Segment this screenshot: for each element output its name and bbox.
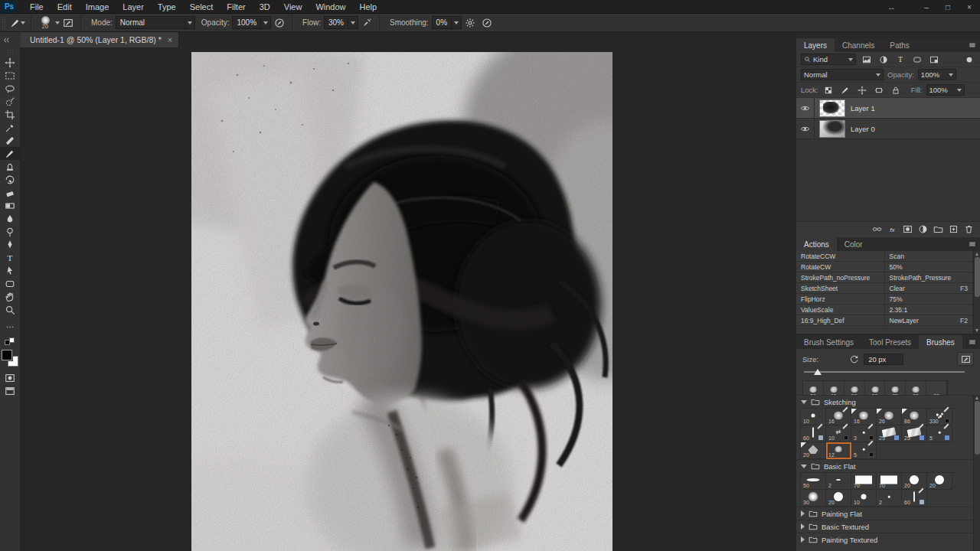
action-button[interactable]: FlipHorz — [796, 294, 885, 304]
crop-tool[interactable] — [0, 108, 21, 121]
disclosure-triangle-icon[interactable] — [801, 536, 805, 543]
action-button[interactable]: 2.35:1 — [885, 305, 974, 315]
layer-opacity-select[interactable]: 100% — [918, 69, 956, 80]
actions-panel-menu-icon[interactable] — [968, 240, 977, 250]
brushes-scrollbar[interactable] — [973, 395, 980, 551]
action-button[interactable]: Scan — [885, 251, 974, 261]
tab-layers-channels[interactable]: Channels — [835, 38, 882, 52]
screen-mode-button[interactable] — [0, 384, 21, 397]
filter-toggle-icon[interactable] — [962, 54, 975, 65]
blend-mode-select[interactable]: Normal — [116, 16, 195, 29]
filter-smart-objects-icon[interactable] — [927, 54, 940, 65]
tab-actions-actions[interactable]: Actions — [796, 237, 837, 251]
options-bar-grip[interactable] — [2, 16, 7, 30]
brush-preset-tile[interactable]: 50 — [801, 473, 826, 490]
marquee-tool[interactable] — [0, 69, 21, 82]
delete-layer-icon[interactable] — [964, 224, 974, 234]
minimize-button[interactable]: – — [916, 0, 937, 14]
color-swatches[interactable] — [2, 350, 18, 367]
swap-colors-icon[interactable] — [5, 337, 15, 347]
brush-group-painting-textured[interactable]: Painting Textured — [796, 533, 973, 546]
new-layer-icon[interactable] — [949, 224, 959, 234]
action-button[interactable]: NewLayerF2 — [885, 315, 974, 325]
brush-stroke-preview-button[interactable] — [957, 352, 974, 366]
disclosure-triangle-icon[interactable] — [801, 510, 805, 517]
healing-brush-tool[interactable] — [0, 134, 21, 147]
hand-tool[interactable] — [0, 290, 21, 303]
action-button[interactable]: RotateCCW — [796, 251, 885, 261]
smoothing-options-gear-icon[interactable] — [462, 15, 479, 31]
action-button[interactable]: RotateCW — [796, 262, 885, 272]
brush-preset-tile[interactable]: 26 — [877, 409, 902, 425]
toolbar-collapse-button[interactable] — [0, 32, 21, 47]
pressure-size-button[interactable] — [479, 15, 495, 31]
menu-help[interactable]: Help — [353, 1, 384, 13]
action-button[interactable]: 75% — [885, 294, 974, 304]
disclosure-triangle-icon[interactable] — [801, 400, 807, 404]
toggle-brush-settings-button[interactable] — [60, 15, 77, 31]
brush-size-input[interactable]: 20 px — [864, 354, 903, 365]
document-tab[interactable]: Untitled-1 @ 50% (Layer 1, RGB/8) * × — [21, 32, 179, 47]
menu-view[interactable]: View — [277, 1, 309, 13]
filter-pixel-layers-icon[interactable] — [860, 54, 873, 65]
action-button[interactable]: ValueScale — [796, 305, 885, 315]
brush-preset-tile[interactable]: 20 — [826, 490, 851, 507]
pen-tool[interactable] — [0, 238, 21, 251]
tab-brushes-tool-presets[interactable]: Tool Presets — [861, 335, 919, 349]
brush-preset-tile[interactable]: 25 — [877, 425, 902, 442]
brush-preset-tile[interactable]: 20 — [927, 473, 952, 490]
canvas[interactable] — [191, 52, 612, 551]
tab-layers-layers[interactable]: Layers — [796, 38, 835, 52]
brush-preset-tile[interactable]: 16 — [826, 409, 851, 425]
brush-preset-tile[interactable]: 70 — [851, 473, 877, 490]
menu-select[interactable]: Select — [183, 1, 220, 13]
tab-brushes-brush-settings[interactable]: Brush Settings — [796, 335, 861, 349]
app-logo-icon[interactable]: Ps — [2, 1, 17, 13]
brush-preset-tile[interactable]: 5 — [851, 442, 877, 459]
filter-adjustment-layers-icon[interactable] — [877, 54, 890, 65]
reset-size-icon[interactable] — [849, 354, 859, 364]
layer-blend-mode-select[interactable]: Normal — [801, 69, 884, 80]
eraser-tool[interactable] — [0, 186, 21, 199]
action-button[interactable]: SketchSheet — [796, 283, 885, 293]
brush-tool[interactable] — [0, 147, 21, 160]
lock-position-icon[interactable] — [856, 84, 869, 96]
action-button[interactable]: 16:9_High_Def — [796, 315, 885, 325]
new-group-icon[interactable] — [933, 224, 943, 234]
new-adjustment-layer-icon[interactable] — [918, 224, 928, 234]
brush-preset-tile[interactable]: 60 — [902, 490, 927, 507]
layer-style-fx-icon[interactable]: fx — [887, 224, 897, 234]
actions-scrollbar[interactable] — [973, 251, 980, 334]
shape-tool[interactable] — [0, 277, 21, 290]
tab-layers-paths[interactable]: Paths — [882, 38, 917, 52]
eyedropper-tool[interactable] — [0, 121, 21, 134]
actions-scroll-thumb[interactable] — [975, 257, 980, 297]
brush-preset-tile[interactable]: 2 — [877, 490, 902, 507]
flow-select[interactable]: 30% — [324, 16, 358, 29]
menu-window[interactable]: Window — [309, 1, 352, 13]
brush-preset-tile[interactable]: 25 — [902, 425, 927, 442]
filter-type-layers-icon[interactable]: T — [893, 54, 906, 65]
layer-row[interactable]: Layer 0 — [796, 119, 980, 139]
action-button[interactable]: ClearF3 — [885, 283, 974, 293]
layer-row[interactable]: Layer 1 — [796, 98, 980, 119]
brush-preset-tile[interactable]: 3 — [851, 425, 877, 442]
quick-selection-tool[interactable] — [0, 95, 21, 108]
path-selection-tool[interactable] — [0, 264, 21, 277]
brushes-scroll-thumb[interactable] — [975, 401, 980, 455]
add-layer-mask-icon[interactable] — [903, 224, 913, 234]
brush-preset-tile[interactable]: 10 — [851, 490, 877, 507]
slider-thumb[interactable] — [814, 369, 822, 375]
disclosure-triangle-icon[interactable] — [801, 465, 807, 468]
lasso-tool[interactable] — [0, 82, 21, 95]
brush-preset-tile[interactable]: ⇄10 — [826, 425, 851, 442]
brush-size-slider[interactable] — [804, 368, 972, 377]
menu-image[interactable]: Image — [79, 1, 116, 13]
brush-preset-tile[interactable]: 30 — [801, 490, 826, 507]
brush-preset-tile[interactable]: 20 — [801, 442, 826, 459]
brush-tool-icon[interactable] — [8, 15, 27, 31]
type-tool[interactable]: T — [0, 251, 21, 264]
layer-thumbnail[interactable] — [819, 120, 845, 138]
menu-file[interactable]: File — [23, 1, 51, 13]
brush-preset-tile[interactable]: 10 — [801, 409, 826, 425]
